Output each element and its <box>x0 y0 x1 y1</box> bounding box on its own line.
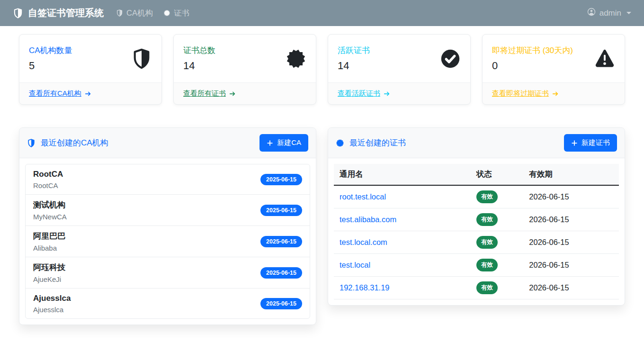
arrow-right-icon <box>552 90 559 97</box>
recent-certs-panel: 最近创建的证书 新建证书 通用名 状态 有效期 <box>328 127 625 306</box>
arrow-right-icon <box>85 90 91 97</box>
cert-table: 通用名 状态 有效期 root.test.local 有效 2026-06-15… <box>334 164 619 299</box>
cert-table-row: test.alibaba.com 有效 2026-06-15 <box>334 208 619 231</box>
ca-name: Ajuesslca <box>33 294 71 303</box>
stat-card-title: 证书总数 <box>183 45 215 56</box>
stat-card-value: 5 <box>29 60 72 72</box>
dashboard: CA机构数量 5 查看所有CA机构 <box>0 26 644 325</box>
ca-common-name: RootCA <box>33 181 63 190</box>
panels-row: 最近创建的CA机构 新建CA RootCA RootCA 2025-06-15 <box>19 127 625 325</box>
recent-ca-panel: 最近创建的CA机构 新建CA RootCA RootCA 2025-06-15 <box>19 127 316 325</box>
certificate-seal-icon <box>336 139 344 147</box>
cert-table-row: test.local 有效 2026-06-15 <box>334 254 619 277</box>
column-header-status: 状态 <box>471 164 523 185</box>
panel-title-label: 最近创建的证书 <box>349 137 406 148</box>
ca-common-name: AjueKeJi <box>33 275 65 283</box>
recent-certs-panel-title: 最近创建的证书 <box>336 137 406 148</box>
status-badge: 有效 <box>476 190 498 203</box>
button-label: 新建证书 <box>581 138 610 147</box>
new-cert-button[interactable]: 新建证书 <box>564 134 617 152</box>
cert-link[interactable]: test.alibaba.com <box>340 215 396 224</box>
ca-list-item[interactable]: RootCA RootCA 2025-06-15 <box>25 164 310 195</box>
stat-card-value: 0 <box>492 60 573 72</box>
panel-title-label: 最近创建的CA机构 <box>41 137 108 148</box>
nav-item-cert[interactable]: 证书 <box>163 8 189 18</box>
status-badge: 有效 <box>476 281 498 294</box>
stat-card-cert-total: 证书总数 14 查看所有证书 <box>173 34 316 105</box>
arrow-right-icon <box>229 90 236 97</box>
navbar: 自签证书管理系统 CA机构 <box>0 0 644 26</box>
ca-name: 阿珏科技 <box>33 262 65 273</box>
ca-name: RootCA <box>33 170 63 179</box>
ca-list-item[interactable]: 阿珏科技 AjueKeJi 2025-06-15 <box>25 257 310 289</box>
ca-list-item[interactable]: 测试机构 MyNewCA 2025-06-15 <box>25 194 310 226</box>
arrow-right-icon <box>384 90 390 97</box>
stat-card-title: CA机构数量 <box>29 45 72 56</box>
cert-table-row: 192.168.31.19 有效 2026-06-15 <box>334 277 619 299</box>
status-badge: 有效 <box>476 213 498 226</box>
ca-common-name: MyNewCA <box>33 213 67 221</box>
stat-cards-row: CA机构数量 5 查看所有CA机构 <box>19 34 625 105</box>
shield-icon <box>116 9 123 17</box>
stat-card-value: 14 <box>338 60 370 72</box>
ca-common-name: Ajuesslca <box>33 306 71 314</box>
shield-half-icon <box>131 48 152 69</box>
ca-list-item[interactable]: Ajuesslca Ajuesslca 2025-06-15 <box>25 288 310 319</box>
new-ca-button[interactable]: 新建CA <box>259 134 308 152</box>
stat-card-expiring-certs: 即将过期证书 (30天内) 0 查看即将过期证书 <box>482 34 625 105</box>
status-badge: 有效 <box>476 259 498 271</box>
ca-date-badge: 2025-06-15 <box>260 267 302 279</box>
plus-icon <box>267 140 273 146</box>
stat-card-value: 14 <box>183 60 215 72</box>
stat-card-ca-count: CA机构数量 5 查看所有CA机构 <box>19 34 162 105</box>
ca-date-badge: 2025-06-15 <box>260 236 302 247</box>
shield-icon <box>27 139 36 147</box>
nav-item-ca[interactable]: CA机构 <box>116 8 153 18</box>
cert-table-row: root.test.local 有效 2026-06-15 <box>334 185 619 208</box>
ca-date-badge: 2025-06-15 <box>260 174 302 185</box>
cert-expiry: 2026-06-15 <box>523 185 619 208</box>
cert-expiry: 2026-06-15 <box>523 231 619 254</box>
cert-link[interactable]: root.test.local <box>340 192 386 201</box>
view-all-ca-link[interactable]: 查看所有CA机构 <box>29 89 91 98</box>
warning-triangle-icon <box>594 48 615 69</box>
caret-down-icon <box>626 12 631 14</box>
status-badge: 有效 <box>476 236 498 249</box>
shield-icon <box>13 8 23 18</box>
cert-link[interactable]: test.local <box>340 261 370 269</box>
link-label: 查看所有证书 <box>183 89 226 98</box>
cert-link[interactable]: 192.168.31.19 <box>340 283 390 292</box>
recent-ca-panel-title: 最近创建的CA机构 <box>27 137 108 148</box>
view-active-certs-link[interactable]: 查看活跃证书 <box>338 89 390 98</box>
cert-table-row: test.local.com 有效 2026-06-15 <box>334 231 619 254</box>
person-circle-icon <box>587 8 596 18</box>
cert-expiry: 2026-06-15 <box>523 254 619 277</box>
column-header-common-name: 通用名 <box>334 164 471 185</box>
view-all-certs-link[interactable]: 查看所有证书 <box>183 89 236 98</box>
cert-table-header-row: 通用名 状态 有效期 <box>334 164 619 185</box>
ca-list: RootCA RootCA 2025-06-15 测试机构 MyNewCA 20… <box>25 164 310 319</box>
check-circle-icon <box>440 48 461 69</box>
brand-link[interactable]: 自签证书管理系统 <box>13 7 104 19</box>
ca-date-badge: 2025-06-15 <box>260 298 302 309</box>
cert-link[interactable]: test.local.com <box>340 238 387 246</box>
nav-item-label: CA机构 <box>126 8 153 18</box>
stat-card-title: 活跃证书 <box>338 45 370 56</box>
link-label: 查看即将过期证书 <box>492 89 549 98</box>
link-label: 查看活跃证书 <box>338 89 380 98</box>
ca-name: 测试机构 <box>33 199 67 210</box>
ca-list-item[interactable]: 阿里巴巴 Alibaba 2025-06-15 <box>25 226 310 257</box>
ca-common-name: Alibaba <box>33 244 65 252</box>
nav-item-label: 证书 <box>174 8 189 18</box>
cert-expiry: 2026-06-15 <box>523 208 619 231</box>
view-expiring-certs-link[interactable]: 查看即将过期证书 <box>492 89 559 98</box>
link-label: 查看所有CA机构 <box>29 89 81 98</box>
ca-date-badge: 2025-06-15 <box>260 205 302 216</box>
user-label: admin <box>599 9 621 18</box>
plus-icon <box>571 140 578 146</box>
main-nav: CA机构 证书 <box>116 8 189 18</box>
certificate-seal-icon <box>163 9 170 17</box>
button-label: 新建CA <box>277 138 301 147</box>
user-menu[interactable]: admin <box>587 8 631 18</box>
column-header-expiry: 有效期 <box>523 164 619 185</box>
